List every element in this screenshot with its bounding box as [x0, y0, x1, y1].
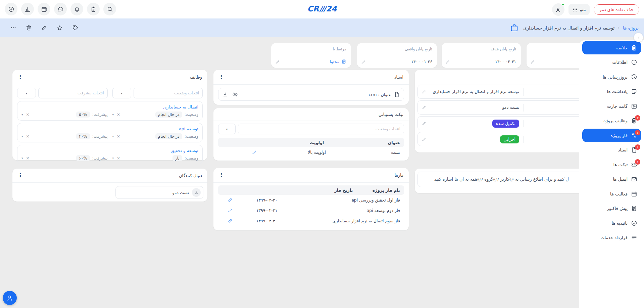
progress-caret[interactable]: ▾: [21, 157, 23, 160]
action-bar: پروژه ها توسعه نرم افزار و اتصال به نرم …: [0, 18, 644, 37]
edit-pencil-icon[interactable]: [422, 89, 427, 94]
link-icon[interactable]: [218, 150, 290, 155]
clear-progress-button[interactable]: ×: [26, 113, 30, 117]
menu-button[interactable]: منو: [568, 4, 590, 15]
logo-slashes: ///: [319, 4, 325, 13]
sidebar-item-info[interactable]: اطلاعات: [582, 56, 641, 69]
sidebar-item-updates[interactable]: بروزرسانی ها: [582, 70, 641, 84]
sidebar-item-project-phase[interactable]: ۳ فاز پروژه: [582, 129, 641, 142]
edit-pencil-icon[interactable]: [531, 59, 535, 64]
breadcrumb-projects-link[interactable]: پروژه ها: [623, 25, 639, 31]
favorite-icon[interactable]: [56, 25, 63, 31]
kebab-menu-icon[interactable]: ⋮: [18, 173, 23, 178]
kebab-menu-icon[interactable]: ⋮: [219, 173, 224, 178]
task-title-link[interactable]: اتصال به حسابداری: [21, 104, 198, 111]
clear-progress-button[interactable]: ×: [26, 134, 30, 138]
ticket-status-caret[interactable]: ▾: [218, 124, 236, 134]
top-bar: CR///24 حذف داده های دمو منو: [0, 0, 644, 18]
status-caret[interactable]: ▾: [112, 157, 114, 160]
task-item: توسعه و تحقیق وضعیت:باز ×▾ پیشرفت:۶۰% ×▾: [17, 145, 203, 164]
link-icon[interactable]: [218, 208, 242, 213]
edit-pencil-icon[interactable]: [446, 59, 450, 64]
field-divider: [524, 120, 524, 127]
link-icon[interactable]: [218, 197, 242, 203]
more-actions-icon[interactable]: [10, 25, 16, 31]
sidebar-item-documents[interactable]: ۱ اسناد: [582, 143, 641, 157]
clear-progress-button[interactable]: ×: [26, 156, 30, 160]
field-project-name: توسعه نرم افزار و اتصال به نرم افزار حسا…: [417, 85, 588, 99]
sidebar-item-activities[interactable]: فعالیت ها: [582, 187, 641, 201]
related-content-link[interactable]: محتوا: [330, 59, 346, 64]
progress-label: پیشرفت:: [92, 156, 108, 161]
edit-pencil-icon[interactable]: [422, 105, 427, 110]
sidebar-item-approvals[interactable]: تائیدیه ها: [582, 216, 641, 230]
sidebar-item-project-tasks[interactable]: ۳ وظایف پروژه: [582, 114, 641, 128]
card-title: فازها: [395, 173, 403, 178]
breadcrumb: پروژه ها توسعه نرم افزار و اتصال به نرم …: [523, 25, 639, 31]
status-filter-select[interactable]: انتخاب وضعیت: [134, 88, 203, 98]
progress-filter-caret[interactable]: ▾: [17, 88, 36, 98]
support-avatar-button[interactable]: [3, 291, 17, 305]
field-status: تکمیل شده: [417, 116, 588, 130]
comment-card: ل کنید و برای اطلاع رسانی به @کاربر /@گر…: [415, 169, 591, 193]
progress-filter-select[interactable]: انتخاب پیشرفت: [38, 88, 108, 98]
followers-card: دنبال کنندگان ⋮ تست دمو: [12, 169, 207, 202]
summary-card-target-end: تاریخ پایان هدف ۱۴۰۰-۰۲-۳۱: [442, 43, 521, 68]
add-button[interactable]: [5, 3, 17, 15]
delete-icon[interactable]: [26, 25, 32, 31]
sidebar-item-summary[interactable]: خلاصه: [582, 41, 641, 54]
field-label: تاریخ پایان واقعی: [405, 47, 432, 51]
sidebar-item-label: پیش فاکتور: [607, 206, 628, 211]
edit-pencil-icon[interactable]: [275, 59, 280, 64]
status-caret[interactable]: ▾: [112, 113, 114, 116]
link-icon[interactable]: [218, 218, 242, 223]
comment-input[interactable]: ل کنید و برای اطلاع رسانی به @کاربر /@گر…: [417, 172, 588, 187]
clear-status-button[interactable]: ×: [117, 113, 120, 117]
edit-pencil-icon[interactable]: [422, 137, 427, 141]
notifications-button[interactable]: [70, 3, 83, 15]
task-title-link[interactable]: توسعه api: [21, 126, 198, 132]
task-title-link[interactable]: توسعه و تحقیق: [21, 147, 198, 154]
related-content-label: محتوا: [330, 59, 339, 64]
topbar-right: حذف داده های دمو منو: [552, 3, 639, 16]
edit-pencil-icon[interactable]: [422, 121, 427, 126]
sidebar-item-tickets[interactable]: ۱ تیکت ها: [582, 158, 641, 171]
search-button[interactable]: [103, 3, 116, 15]
ticket-status-select[interactable]: انتخاب وضعیت: [238, 124, 404, 134]
crm24-logo: CR///24: [307, 4, 337, 13]
sidebar-item-gantt[interactable]: گانت چارت: [582, 99, 641, 113]
kebab-menu-icon[interactable]: ⋮: [18, 75, 23, 80]
kebab-menu-icon[interactable]: ⋮: [219, 75, 224, 80]
sidebar-item-label: خلاصه: [616, 45, 628, 50]
sidebar-item-proforma[interactable]: پیش فاکتور: [582, 202, 641, 215]
sidebar-item-emails[interactable]: ایمیل ها: [582, 173, 641, 186]
status-caret[interactable]: ▾: [112, 135, 114, 138]
field-value: توسعه نرم افزار و اتصال به نرم افزار حسا…: [433, 89, 519, 94]
clear-status-button[interactable]: ×: [117, 134, 120, 138]
follower-avatar: [192, 188, 201, 197]
reports-button[interactable]: [21, 3, 34, 15]
calendar-button[interactable]: [38, 3, 50, 15]
sidebar-item-service-contract[interactable]: قرارداد خدمات: [582, 231, 641, 245]
chat-button[interactable]: [54, 3, 67, 15]
tag-icon[interactable]: [72, 25, 79, 31]
phase-date: ۱۳۹۹-۰۲-۳۰: [242, 218, 292, 223]
progress-caret[interactable]: ▾: [21, 113, 23, 116]
download-icon[interactable]: [222, 92, 228, 97]
preview-off-icon[interactable]: [232, 92, 238, 97]
quick-actions: [5, 3, 116, 15]
clipboard-button[interactable]: [87, 3, 100, 15]
delete-demo-data-button[interactable]: حذف داده های دمو: [594, 4, 639, 15]
sidebar-item-notes[interactable]: یادداشت ها: [582, 85, 641, 98]
ticket-icon: ۱: [631, 162, 637, 168]
status-filter-caret[interactable]: ▾: [112, 88, 131, 98]
sidebar-collapse-button[interactable]: [634, 33, 643, 42]
clear-status-button[interactable]: ×: [117, 156, 120, 160]
progress-caret[interactable]: ▾: [21, 135, 23, 138]
user-avatar[interactable]: [552, 3, 564, 16]
edit-icon[interactable]: [41, 25, 47, 31]
column-phase-name: نام فاز پروژه: [367, 188, 404, 193]
sidebar-item-label: یادداشت ها: [607, 89, 628, 94]
edit-pencil-icon[interactable]: [361, 59, 366, 64]
ticket-row: تست اولویت بالا: [218, 147, 404, 158]
